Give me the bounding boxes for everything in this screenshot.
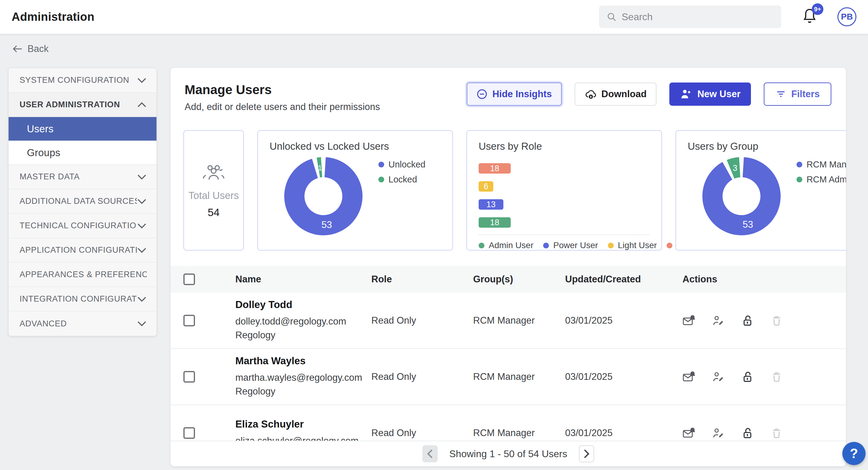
donut-value-label: 3 [733,163,737,173]
user-org: Regology [235,385,371,399]
page-title: Manage Users [185,83,380,97]
user-role: Read Only [371,371,473,382]
chevron-up-icon [137,101,147,108]
sidebar-item-label: ADVANCED [20,319,137,328]
row-checkbox[interactable] [183,371,195,383]
chevron-left-icon [426,449,434,459]
minus-circle-icon [476,89,488,100]
column-header-updated-created: Updated/Created [565,274,682,285]
sidebar-item-label: Users [27,123,147,135]
people-group-icon [202,162,225,182]
chart-title: Users by Role [478,140,661,152]
sidebar-item-additional-data-sources[interactable]: ADDITIONAL DATA SOURCES [8,189,156,214]
total-users-value: 54 [208,206,220,219]
column-header-role: Role [371,274,473,285]
donut-legend: UnlockedLocked [378,159,426,238]
user-email: dolley.todd@regology.com [235,315,371,328]
help-button[interactable]: ? [842,442,866,465]
lock-user-button[interactable] [741,371,753,383]
table-row: Dolley Todd dolley.todd@regology.com Reg… [170,293,846,349]
bar-light-user: 6 [478,181,493,192]
sidebar-item-label: MASTER DATA [20,172,137,182]
sidebar-item-integration-configuration[interactable]: INTEGRATION CONFIGURATION [8,287,156,311]
row-checkbox[interactable] [183,315,195,326]
sidebar-item-appearances-preferences[interactable]: APPEARANCES & PREFERENCES [8,262,156,287]
user-name: Eliza Schuyler [235,418,371,430]
search-input[interactable] [622,11,774,23]
next-page-button[interactable] [579,445,594,462]
sidebar-item-label: ADDITIONAL DATA SOURCES [20,196,137,206]
search-icon [607,11,617,22]
donut-value-label: 53 [743,219,753,230]
legend-dot-icon [797,162,802,167]
back-label: Back [28,43,49,54]
delete-user-button[interactable] [771,427,783,439]
legend-dot-icon [608,243,614,248]
sidebar-item-application-configuration[interactable]: APPLICATION CONFIGURATION [8,238,156,262]
pagination-bar: Showing 1 - 50 of 54 Users [170,441,846,466]
legend-dot-icon [378,162,384,167]
total-users-label: Total Users [188,190,239,201]
notification-badge: 9+ [812,3,824,15]
delete-user-button[interactable] [771,314,783,327]
download-button[interactable]: Download [575,83,656,106]
notify-email-button[interactable] [682,427,695,439]
legend-item: RCM Admin [797,175,846,185]
role-bars: 1861318 [478,163,661,228]
bar-power-user: 13 [478,199,503,210]
new-user-label: New User [698,89,741,100]
legend-item: Power User [543,241,598,250]
sidebar-item-master-data[interactable]: MASTER DATA [8,165,156,189]
bar-read-only: 18 [478,163,511,174]
edit-user-button[interactable] [712,371,724,383]
chevron-down-icon [137,295,147,303]
legend-item: RCM Manager [797,159,846,169]
notifications-button[interactable]: 9+ [801,7,818,27]
sidebar-item-groups[interactable]: Groups [8,141,156,165]
avatar[interactable]: PB [837,7,857,26]
user-groups: RCM Manager [473,315,565,326]
legend-item: Locked [378,175,426,185]
column-header-actions: Actions [682,274,846,285]
hide-insights-button[interactable]: Hide Insights [467,83,562,106]
user-groups: RCM Manager [473,428,565,439]
user-name: Martha Wayles [235,355,371,367]
donut-value-label: 53 [321,219,332,230]
back-arrow-icon [12,44,23,54]
lock-user-button[interactable] [741,427,753,439]
filters-button[interactable]: Filters [764,83,831,106]
search-box[interactable] [599,5,781,28]
sidebar-item-advanced[interactable]: ADVANCED [8,311,156,336]
lock-user-button[interactable] [741,314,753,327]
user-email: martha.wayles@regology.com [235,371,371,385]
delete-user-button[interactable] [771,371,783,383]
insights-row: Total Users 54 Unlocked vs Locked Users … [170,130,846,251]
notify-email-button[interactable] [682,371,695,383]
legend-dot-icon [478,243,485,248]
edit-user-button[interactable] [712,427,724,439]
manage-users-panel: Manage Users Add, edit or delete users a… [170,68,846,466]
sidebar-item-users[interactable]: Users [8,117,156,141]
user-role: Read Only [371,428,473,439]
download-label: Download [601,89,647,100]
chevron-right-icon [583,449,590,459]
back-button[interactable]: Back [12,43,49,54]
previous-page-button[interactable] [423,445,438,462]
sidebar: SYSTEM CONFIGURATION USER ADMINISTRATION… [8,68,157,336]
users-by-role-card: Users by Role 1861318 Admin UserPower Us… [466,130,662,251]
edit-user-button[interactable] [712,314,724,327]
legend-dot-icon [797,177,802,182]
bars-axis-line [478,234,649,235]
select-all-checkbox[interactable] [183,274,195,285]
sidebar-item-technical-configuration[interactable]: TECHNICAL CONFIGURATION [8,214,156,238]
sidebar-item-user-administration[interactable]: USER ADMINISTRATION [8,93,156,117]
new-user-button[interactable]: New User [669,83,751,106]
unlocked-locked-donut: 531 [282,155,365,238]
row-checkbox[interactable] [183,427,195,439]
sidebar-item-system-configuration[interactable]: SYSTEM CONFIGURATION [8,68,156,93]
chevron-down-icon [137,198,147,205]
notify-email-button[interactable] [682,314,695,327]
legend-item: Admin User [478,241,533,250]
person-add-icon [680,88,692,100]
hide-insights-label: Hide Insights [492,89,552,100]
